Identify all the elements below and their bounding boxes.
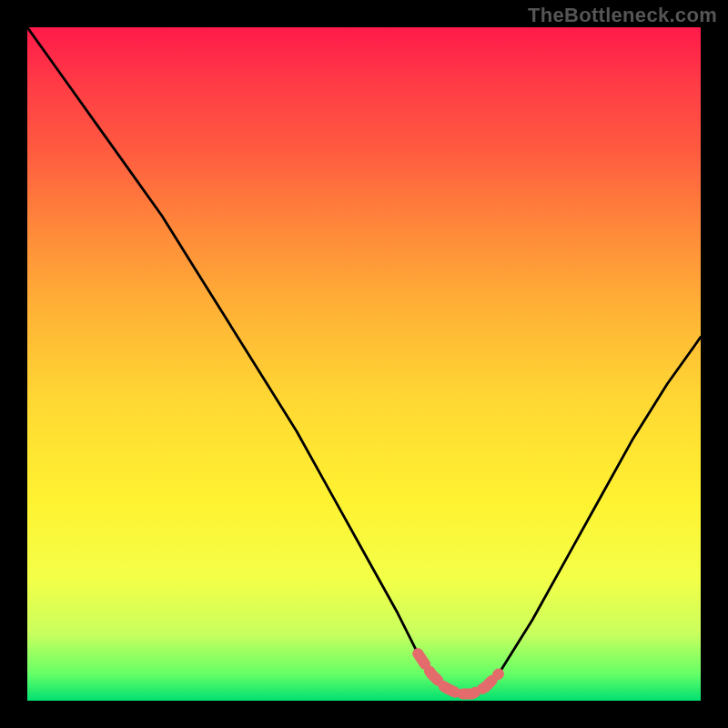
plot-area (27, 27, 701, 701)
chart-frame: TheBottleneck.com (0, 0, 728, 728)
watermark-label: TheBottleneck.com (528, 4, 717, 27)
bottleneck-curve-path (27, 27, 701, 694)
curve-svg (27, 27, 701, 701)
valley-highlight-path (418, 653, 499, 693)
